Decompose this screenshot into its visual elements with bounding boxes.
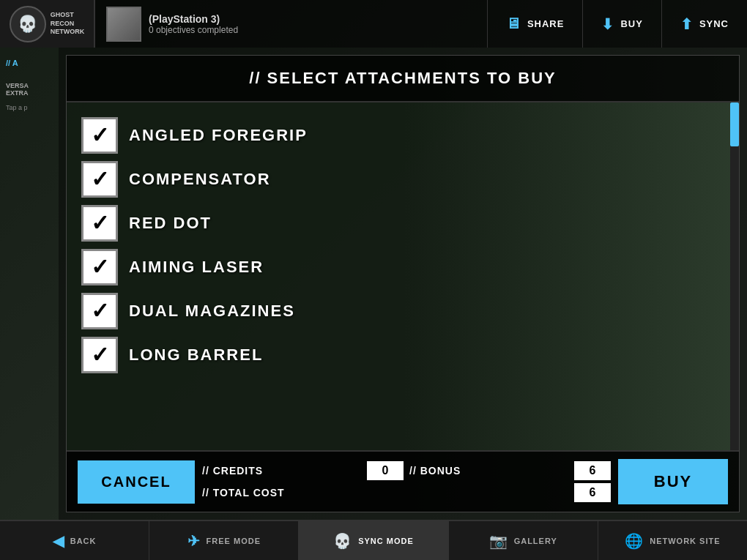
nav-label-gallery: GALLERY (514, 537, 557, 545)
attachment-name-2: RED DOT (129, 214, 212, 233)
logo-text: GHOSTRECONNETWORK (51, 11, 85, 37)
attachment-name-4: DUAL MAGAZINES (129, 302, 295, 321)
credits-row: // CREDITS 0 // BONUS 6 (202, 461, 611, 480)
player-details: (PlayStation 3) 0 objectives completed (149, 13, 238, 35)
nav-label-network-site: NETWORK SITE (650, 537, 720, 545)
buy-button[interactable]: ⬇ BUY (582, 0, 661, 48)
ghost-recon-logo-icon: 💀 (10, 6, 46, 42)
attachment-checkbox-0[interactable]: ✓ (81, 117, 118, 154)
cancel-button[interactable]: CANCEL (78, 460, 195, 504)
attachment-checkbox-1[interactable]: ✓ (81, 161, 118, 198)
modal-header: // Select attachments to buy (67, 56, 739, 102)
modal-overlay: // Select attachments to buy ✓ ANGLED FO… (59, 48, 747, 520)
nav-item-network-site[interactable]: 🌐 NETWORK SITE (598, 521, 747, 560)
checkmark-icon-0: ✓ (91, 124, 109, 146)
attachment-name-5: LONG BARREL (129, 346, 263, 365)
attachment-name-3: AIMING LASER (129, 258, 264, 277)
total-cost-label: // TOTAL COST (202, 487, 568, 499)
attachment-checkbox-5[interactable]: ✓ (81, 337, 118, 373)
gallery-icon: 📷 (489, 532, 508, 550)
objectives-text: 0 objectives completed (149, 25, 238, 35)
attachment-checkbox-2[interactable]: ✓ (81, 205, 118, 242)
header-buttons: 🖥 SHARE ⬇ BUY ⬆ SYNC (487, 0, 747, 48)
modal: // Select attachments to buy ✓ ANGLED FO… (66, 55, 740, 512)
free-mode-icon: ✈ (187, 532, 201, 550)
player-avatar (106, 7, 141, 42)
bonus-value: 6 (574, 461, 611, 480)
share-button[interactable]: 🖥 SHARE (487, 0, 583, 48)
footer-buy-button[interactable]: BUY (618, 459, 728, 504)
checkmark-icon-3: ✓ (91, 256, 109, 278)
sync-label: SYNC (699, 18, 729, 29)
network-site-icon: 🌐 (625, 532, 644, 550)
attachment-item[interactable]: ✓ AIMING LASER (81, 249, 724, 285)
share-icon: 🖥 (506, 15, 521, 32)
attachment-name-1: COMPENSATOR (129, 170, 271, 189)
scrollbar-thumb[interactable] (730, 102, 739, 146)
credits-label: // CREDITS (202, 465, 361, 477)
sync-mode-icon: 💀 (333, 532, 352, 550)
total-cost-row: // TOTAL COST 6 (202, 483, 611, 502)
nav-item-back[interactable]: ◀ BACK (0, 521, 149, 560)
player-info: (PlayStation 3) 0 objectives completed (95, 7, 487, 42)
credits-value: 0 (367, 461, 404, 480)
sync-button[interactable]: ⬆ SYNC (661, 0, 747, 48)
side-panel-title: // A (0, 48, 59, 71)
credits-section: // CREDITS 0 // BONUS 6 // TOTAL COST 6 (202, 461, 611, 502)
back-icon: ◀ (53, 532, 64, 550)
attachment-item[interactable]: ✓ DUAL MAGAZINES (81, 293, 724, 329)
attachment-checkbox-3[interactable]: ✓ (81, 249, 118, 285)
scrollbar-track[interactable] (730, 102, 739, 450)
side-panel-subtitle: VERSAEXTRA (0, 71, 59, 100)
nav-item-gallery[interactable]: 📷 GALLERY (449, 521, 598, 560)
nav-label-free-mode: FREE MODE (207, 537, 261, 545)
side-panel: // A VERSAEXTRA Tap a p (0, 48, 59, 520)
nav-item-sync-mode[interactable]: 💀 SYNC MODE (299, 521, 448, 560)
attachment-item[interactable]: ✓ RED DOT (81, 205, 724, 242)
bottom-nav: ◀ BACK ✈ FREE MODE 💀 SYNC MODE 📷 GALLERY… (0, 520, 747, 560)
attachment-item[interactable]: ✓ COMPENSATOR (81, 161, 724, 198)
attachment-item[interactable]: ✓ ANGLED FOREGRIP (81, 117, 724, 154)
nav-item-free-mode[interactable]: ✈ FREE MODE (149, 521, 299, 560)
modal-body: ✓ ANGLED FOREGRIP ✓ COMPENSATOR ✓ RED DO… (67, 102, 739, 450)
player-name: (PlayStation 3) (149, 13, 238, 25)
nav-label-sync-mode: SYNC MODE (358, 537, 414, 545)
logo-area: 💀 GHOSTRECONNETWORK (0, 0, 95, 48)
side-panel-tap-hint: Tap a p (0, 100, 59, 115)
checkmark-icon-4: ✓ (91, 300, 109, 322)
buy-icon: ⬇ (601, 15, 614, 33)
attachment-checkbox-4[interactable]: ✓ (81, 293, 118, 329)
modal-title: // Select attachments to buy (81, 69, 724, 88)
nav-label-back: BACK (70, 537, 97, 545)
total-cost-value: 6 (574, 483, 611, 502)
sync-icon: ⬆ (680, 15, 694, 33)
share-label: SHARE (527, 18, 565, 29)
attachment-list: ✓ ANGLED FOREGRIP ✓ COMPENSATOR ✓ RED DO… (81, 117, 724, 373)
modal-footer: CANCEL // CREDITS 0 // BONUS 6 // TOTAL … (67, 450, 739, 512)
header: 💀 GHOSTRECONNETWORK (PlayStation 3) 0 ob… (0, 0, 747, 48)
checkmark-icon-2: ✓ (91, 212, 109, 234)
bonus-label: // BONUS (409, 465, 568, 477)
checkmark-icon-5: ✓ (91, 344, 109, 366)
attachment-item[interactable]: ✓ LONG BARREL (81, 337, 724, 373)
checkmark-icon-1: ✓ (91, 168, 109, 190)
attachment-name-0: ANGLED FOREGRIP (129, 126, 308, 145)
buy-label: BUY (620, 18, 642, 29)
